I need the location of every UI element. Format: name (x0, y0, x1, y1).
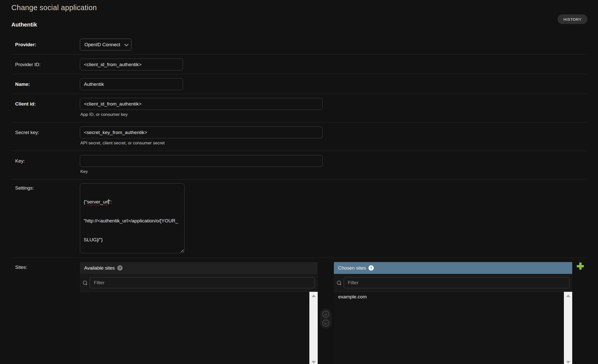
secret-key-field[interactable] (80, 126, 323, 138)
remove-arrow-button[interactable]: ← (322, 320, 329, 327)
name-label: Name: (15, 78, 80, 87)
provider-id-label: Provider ID: (15, 59, 80, 67)
misspelled-word: server_url (87, 199, 108, 204)
settings-label: Settings: (15, 183, 80, 191)
list-item[interactable]: example.com (334, 292, 564, 302)
change-social-application-page: Change social application HISTORY Authen… (0, 0, 598, 364)
secret-key-help-text: API secret, client secret, or consumer s… (80, 141, 323, 146)
form-row-provider: Provider: OpenID Connect (11, 34, 587, 55)
scroll-up-icon[interactable] (566, 295, 570, 297)
sites-dual-selector: Available sites ? (80, 262, 584, 364)
provider-select-value: OpenID Connect (84, 42, 120, 47)
chosen-sites-list[interactable]: example.com (334, 292, 572, 364)
available-filter-input[interactable] (90, 277, 315, 288)
form-row-settings: Settings: {"server_url": "http://<authen… (11, 179, 587, 258)
form-row-secret-key: Secret key: API secret, client secret, o… (11, 122, 587, 151)
vertical-scrollbar[interactable] (309, 292, 318, 364)
scroll-down-icon[interactable] (566, 361, 570, 363)
search-icon (83, 281, 87, 285)
object-name-heading: Authentik (11, 21, 587, 28)
change-form: Provider: OpenID Connect Provider ID: Na… (11, 34, 587, 364)
provider-select[interactable]: OpenID Connect (80, 39, 131, 50)
selector-middle-column: → ← (318, 262, 334, 329)
client-id-label: Client id: (15, 98, 80, 107)
secret-key-label: Secret key: (15, 126, 80, 135)
page-title: Change social application (11, 0, 587, 12)
scroll-up-icon[interactable] (312, 295, 316, 297)
chosen-filter-strip (334, 274, 572, 292)
client-id-help-text: App ID, or consumer key (80, 112, 323, 117)
available-sites-list[interactable] (80, 292, 318, 364)
settings-textarea[interactable]: {"server_url": "http://<authentik_url>/a… (80, 183, 185, 253)
provider-id-field[interactable] (80, 59, 183, 70)
chevron-down-icon (124, 42, 129, 46)
move-buttons-pill: → ← (320, 309, 332, 329)
available-filter-strip (80, 274, 318, 292)
form-row-key: Key: Key (11, 151, 587, 179)
help-icon: ? (369, 265, 374, 271)
available-sites-box: Available sites ? (80, 262, 318, 364)
settings-line-2: "http://<authentik_url>/application/o/[Y… (84, 218, 181, 224)
key-field[interactable] (80, 155, 323, 167)
textarea-resize-handle[interactable] (180, 248, 183, 252)
add-site-icon[interactable] (577, 263, 584, 270)
chosen-filter-input[interactable] (344, 277, 569, 288)
form-row-provider-id: Provider ID: (11, 55, 587, 74)
search-icon (337, 281, 341, 285)
form-row-sites: Sites: Available sites ? (11, 258, 587, 364)
client-id-field[interactable] (80, 98, 323, 110)
settings-line-1: {"server_url": (84, 199, 181, 205)
available-sites-title: Available sites (84, 265, 115, 271)
history-button[interactable]: HISTORY (558, 14, 587, 24)
choose-arrow-button[interactable]: → (322, 311, 329, 318)
settings-line-3: SLUG]/"} (84, 237, 181, 243)
available-sites-header: Available sites ? (80, 262, 318, 274)
provider-label: Provider: (15, 39, 80, 47)
help-icon: ? (117, 265, 123, 271)
chosen-sites-header: Chosen sites ? (334, 262, 572, 274)
scroll-down-icon[interactable] (312, 361, 316, 363)
form-row-name: Name: (11, 74, 587, 94)
key-label: Key: (15, 155, 80, 164)
sites-label: Sites: (15, 262, 80, 270)
vertical-scrollbar[interactable] (564, 292, 572, 364)
key-help-text: Key (80, 169, 323, 174)
form-row-client-id: Client id: App ID, or consumer key (11, 94, 587, 122)
chosen-sites-box: Chosen sites ? example.com (334, 262, 572, 364)
name-field[interactable] (80, 78, 183, 90)
chosen-sites-title: Chosen sites (338, 265, 366, 271)
